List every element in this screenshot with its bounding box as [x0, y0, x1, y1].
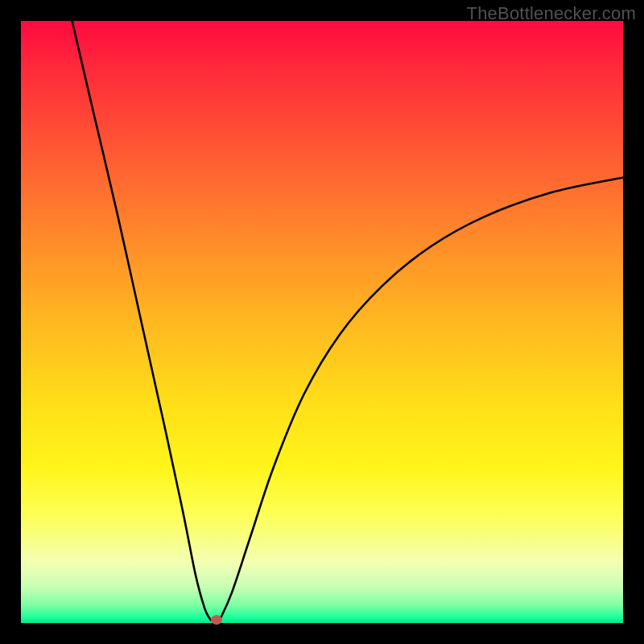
curve-path [72, 21, 623, 620]
minimum-marker [211, 615, 222, 625]
watermark-text: TheBottlenecker.com [467, 3, 636, 24]
bottleneck-curve [21, 21, 623, 623]
plot-area [21, 21, 623, 623]
chart-frame: TheBottlenecker.com [0, 0, 644, 644]
